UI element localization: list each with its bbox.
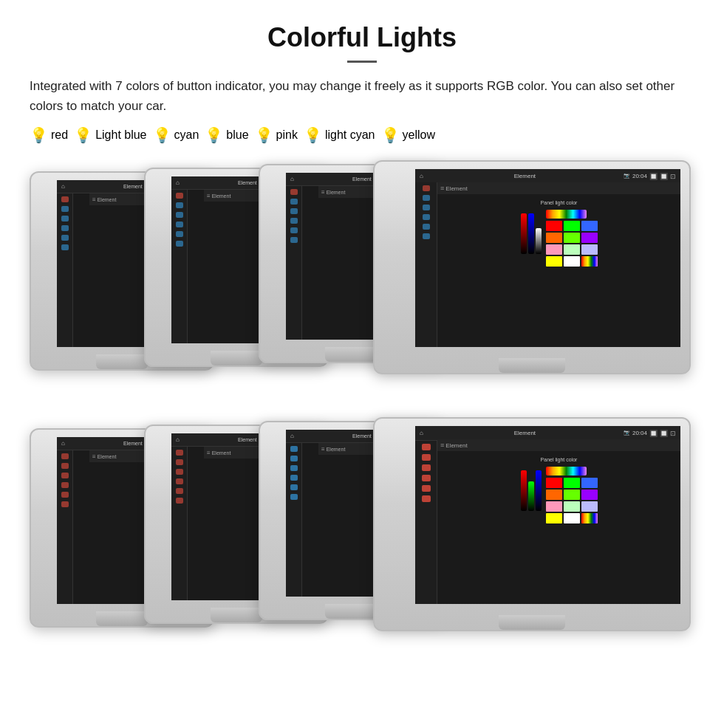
color-label-yellow: yellow bbox=[403, 128, 435, 142]
bottom-device-card-4: ⌂ Element 📷 20:04 🔲 🔲 ⊡ bbox=[373, 417, 691, 631]
bottom-screen-4: ⌂ Element 📷 20:04 🔲 🔲 ⊡ bbox=[415, 426, 680, 604]
red-slider-top bbox=[521, 213, 527, 254]
title-divider bbox=[347, 61, 377, 63]
color-grid-top bbox=[546, 221, 598, 267]
bulb-yellow-icon: 💡 bbox=[381, 126, 400, 144]
panel-label-top: Panel light color bbox=[541, 200, 578, 205]
bottom-stand-3 bbox=[325, 604, 377, 619]
stand-3 bbox=[325, 347, 377, 362]
color-item-lightcyan: 💡 light cyan bbox=[304, 126, 375, 144]
color-label-cyan: cyan bbox=[174, 128, 199, 142]
stand-1 bbox=[96, 354, 148, 369]
sidebar-2 bbox=[171, 190, 188, 343]
bottom-device-stack: ⌂ Element ≡ Element bbox=[30, 417, 694, 646]
bottom-sidebar-4 bbox=[415, 441, 437, 604]
bottom-sidebar-1 bbox=[57, 450, 73, 604]
device-screen-4: ⌂ Element 📷 20:04 🔲 🔲 ⊡ bbox=[415, 169, 680, 347]
rainbow-bar-bottom bbox=[546, 467, 587, 475]
color-item-blue: 💡 blue bbox=[205, 126, 248, 144]
blue-slider-top bbox=[528, 213, 534, 254]
device-card-4: ⌂ Element 📷 20:04 🔲 🔲 ⊡ bbox=[373, 160, 691, 374]
menu-text-1: Element bbox=[98, 197, 117, 202]
green-slider-bottom bbox=[528, 481, 534, 511]
top-device-stack: ⌂ Element ≡ Element bbox=[30, 160, 694, 389]
bulb-pink-icon: 💡 bbox=[255, 126, 273, 144]
bulb-lightcyan-icon: 💡 bbox=[304, 126, 322, 144]
color-item-lightblue: 💡 Light blue bbox=[74, 126, 146, 144]
bottom-stand-2 bbox=[211, 608, 262, 622]
rainbow-bar-top bbox=[546, 210, 587, 219]
color-item-pink: 💡 pink bbox=[255, 126, 298, 144]
sidebar-1 bbox=[57, 193, 73, 347]
color-label-lightcyan: light cyan bbox=[325, 128, 375, 142]
color-item-red: 💡 red bbox=[30, 126, 68, 144]
color-item-yellow: 💡 yellow bbox=[381, 126, 435, 144]
bulb-lightblue-icon: 💡 bbox=[74, 126, 92, 144]
color-label-blue: blue bbox=[226, 128, 248, 142]
color-label-lightblue: Light blue bbox=[95, 128, 146, 142]
bottom-device-group: ⌂ Element ≡ Element bbox=[30, 417, 694, 661]
stand-4 bbox=[499, 358, 565, 373]
color-label-pink: pink bbox=[276, 128, 298, 142]
topbar-time: 20:04 bbox=[632, 173, 647, 180]
sidebar-3 bbox=[286, 186, 302, 340]
panel-color-ui-bottom: Panel light color bbox=[521, 457, 598, 523]
bulb-blue-icon: 💡 bbox=[205, 126, 223, 144]
bottom-stand-1 bbox=[96, 611, 148, 626]
color-list: 💡 red 💡 Light blue 💡 cyan 💡 blue 💡 pink … bbox=[30, 126, 694, 144]
bulb-cyan-icon: 💡 bbox=[153, 126, 171, 144]
description-text: Integrated with 7 colors of button indic… bbox=[30, 76, 694, 116]
panel-label-bottom: Panel light color bbox=[541, 457, 578, 462]
red-slider-bottom bbox=[521, 470, 527, 511]
bottom-stand-4 bbox=[499, 615, 565, 630]
color-label-red: red bbox=[51, 128, 68, 142]
page-title: Colorful Lights bbox=[30, 22, 694, 53]
color-grid-bottom bbox=[546, 478, 598, 523]
color-item-cyan: 💡 cyan bbox=[153, 126, 199, 144]
stand-2 bbox=[211, 351, 262, 365]
bottom-sidebar-3 bbox=[286, 443, 302, 597]
top-device-group: ⌂ Element ≡ Element bbox=[30, 160, 694, 404]
bulb-red-icon: 💡 bbox=[30, 126, 48, 144]
sidebar-4 bbox=[415, 182, 437, 347]
bottom-sidebar-2 bbox=[171, 447, 188, 600]
panel-color-ui-top: Panel light color bbox=[521, 200, 598, 267]
blue-slider-bottom bbox=[536, 470, 542, 511]
white-slider-top bbox=[536, 228, 542, 254]
